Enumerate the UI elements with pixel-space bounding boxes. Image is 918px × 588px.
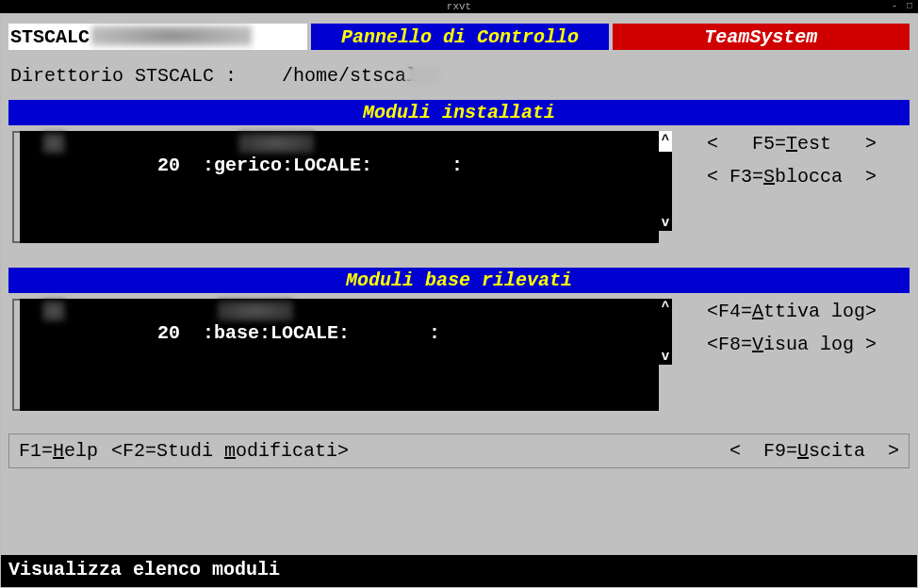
listbox-detected[interactable]: 20 :base:LOCALE: : <box>20 299 659 411</box>
status-bar: Visualizza elenco moduli <box>1 555 917 587</box>
list-item[interactable]: 20 :base:LOCALE: : <box>20 299 659 411</box>
uscita-button[interactable]: < F9=Uscita > <box>729 440 899 462</box>
section-body-installed: 20 :gerico:LOCALE: : ^ v < F5=Test > < F… <box>8 125 910 245</box>
header-brand: TeamSystem <box>613 24 910 50</box>
redacted-region <box>406 65 440 86</box>
main-panel: STSCALC Pannello di Controllo TeamSystem… <box>1 14 917 555</box>
window-titlebar: rxvt - □ <box>0 0 918 13</box>
scroll-up-icon[interactable]: ^ <box>662 134 669 147</box>
help-button[interactable]: F1=Help <box>19 440 98 462</box>
window-controls[interactable]: - □ <box>892 0 914 13</box>
listbox-installed-wrap: 20 :gerico:LOCALE: : ^ v <box>12 131 672 243</box>
test-button[interactable]: < F5=Test > <box>680 131 904 156</box>
redacted-region <box>91 25 252 46</box>
section-header-detected: Moduli base rilevati <box>8 268 910 293</box>
bottom-bar: F1=Help <F2=Studi modificati> < F9=Uscit… <box>8 433 910 468</box>
attiva-log-button[interactable]: <F4=Attiva log> <box>680 299 904 324</box>
side-buttons-installed: < F5=Test > < F3=Sblocca > <box>680 131 906 243</box>
list-item[interactable]: 20 :gerico:LOCALE: : <box>20 131 659 243</box>
visua-log-button[interactable]: <F8=Visua log > <box>680 332 904 357</box>
redacted-region <box>238 133 314 154</box>
scrollbar[interactable]: ^ v <box>659 131 672 231</box>
header-app-text: STSCALC <box>10 26 90 48</box>
redacted-region <box>42 133 65 154</box>
scroll-down-icon[interactable]: v <box>662 216 669 229</box>
header-app-name: STSCALC <box>8 24 307 50</box>
scroll-down-icon[interactable]: v <box>662 350 669 363</box>
listbox-detected-wrap: 20 :base:LOCALE: : ^ v <box>12 299 672 411</box>
section-body-detected: 20 :base:LOCALE: : ^ v <F4=Attiva log> <… <box>8 293 910 413</box>
list-item-text: 20 :base:LOCALE: : <box>157 322 440 344</box>
side-buttons-detected: <F4=Attiva log> <F8=Visua log > <box>680 299 906 411</box>
listbox-installed[interactable]: 20 :gerico:LOCALE: : <box>20 131 659 243</box>
app-frame: STSCALC Pannello di Controllo TeamSystem… <box>0 13 918 588</box>
header-row: STSCALC Pannello di Controllo TeamSystem <box>8 24 910 50</box>
scroll-up-icon[interactable]: ^ <box>662 301 669 314</box>
studi-modificati-button[interactable]: <F2=Studi modificati> <box>111 440 349 462</box>
section-header-installed: Moduli installati <box>8 100 910 125</box>
bottom-left-group: F1=Help <F2=Studi modificati> <box>19 440 349 462</box>
header-title: Pannello di Controllo <box>311 24 608 50</box>
list-item-text: 20 :gerico:LOCALE: : <box>157 155 463 176</box>
directory-value: /home/stscal <box>282 65 418 87</box>
scrollbar[interactable]: ^ v <box>659 299 672 365</box>
sblocca-button[interactable]: < F3=Sblocca > <box>680 164 904 189</box>
directory-label: Direttorio STSCALC : <box>10 65 237 87</box>
window-title: rxvt <box>447 1 471 12</box>
directory-row: Direttorio STSCALC : /home/stscal <box>8 61 910 100</box>
redacted-region <box>42 301 65 321</box>
redacted-region <box>218 301 293 321</box>
